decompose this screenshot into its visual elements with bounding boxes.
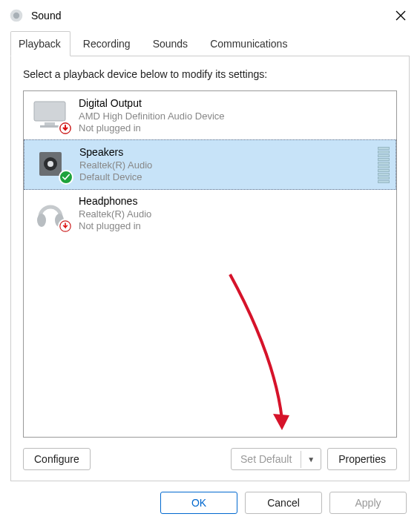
device-status: Not plugged in — [79, 122, 225, 134]
tabs: Playback Recording Sounds Communications — [0, 31, 420, 56]
svg-point-1 — [13, 13, 19, 19]
device-item-speakers[interactable]: Speakers Realtek(R) Audio Default Device — [24, 139, 396, 190]
speaker-icon — [32, 146, 72, 182]
level-meter — [378, 146, 390, 183]
playback-panel: Select a playback device below to modify… — [10, 56, 410, 481]
svg-rect-2 — [34, 102, 65, 121]
speaker-icon — [9, 8, 24, 23]
device-title: Headphones — [79, 195, 151, 208]
close-button[interactable] — [390, 5, 411, 26]
tab-sounds[interactable]: Sounds — [145, 31, 197, 56]
device-list[interactable]: Digital Output AMD High Definition Audio… — [23, 90, 397, 438]
device-item-digital-output[interactable]: Digital Output AMD High Definition Audio… — [24, 91, 396, 140]
svg-point-9 — [47, 161, 53, 167]
monitor-icon — [31, 97, 71, 133]
tab-recording[interactable]: Recording — [75, 31, 140, 56]
device-driver: AMD High Definition Audio Device — [79, 111, 225, 122]
dialog-footer: OK Cancel Apply — [0, 492, 420, 527]
svg-rect-3 — [45, 122, 55, 125]
instruction-text: Select a playback device below to modify… — [23, 68, 397, 80]
apply-button[interactable]: Apply — [329, 492, 407, 514]
window-title: Sound — [31, 10, 390, 22]
device-title: Digital Output — [79, 97, 225, 111]
device-labels: Digital Output AMD High Definition Audio… — [79, 97, 225, 134]
properties-button[interactable]: Properties — [327, 448, 397, 470]
default-badge-icon — [59, 170, 73, 185]
set-default-button[interactable]: Set Default ▼ — [231, 448, 321, 470]
ok-button[interactable]: OK — [160, 492, 237, 514]
tab-playback[interactable]: Playback — [10, 31, 70, 56]
device-status: Not plugged in — [79, 220, 151, 232]
svg-point-10 — [37, 214, 46, 227]
device-driver: Realtek(R) Audio — [79, 159, 152, 171]
tab-communications[interactable]: Communications — [202, 31, 297, 56]
device-title: Speakers — [79, 146, 152, 159]
configure-button[interactable]: Configure — [23, 448, 91, 470]
device-labels: Headphones Realtek(R) Audio Not plugged … — [79, 195, 151, 232]
device-labels: Speakers Realtek(R) Audio Default Device — [79, 146, 152, 183]
unplugged-badge-icon — [58, 219, 73, 234]
titlebar: Sound — [0, 0, 420, 31]
device-driver: Realtek(R) Audio — [79, 208, 151, 220]
chevron-down-icon[interactable]: ▼ — [301, 451, 321, 468]
svg-rect-4 — [40, 125, 59, 128]
headphones-icon — [31, 195, 71, 231]
panel-buttons: Configure Set Default ▼ Properties — [23, 448, 397, 470]
device-item-headphones[interactable]: Headphones Realtek(R) Audio Not plugged … — [24, 189, 396, 238]
set-default-label: Set Default — [232, 449, 301, 469]
unplugged-badge-icon — [58, 121, 73, 136]
cancel-button[interactable]: Cancel — [245, 492, 322, 514]
device-status: Default Device — [79, 171, 152, 183]
